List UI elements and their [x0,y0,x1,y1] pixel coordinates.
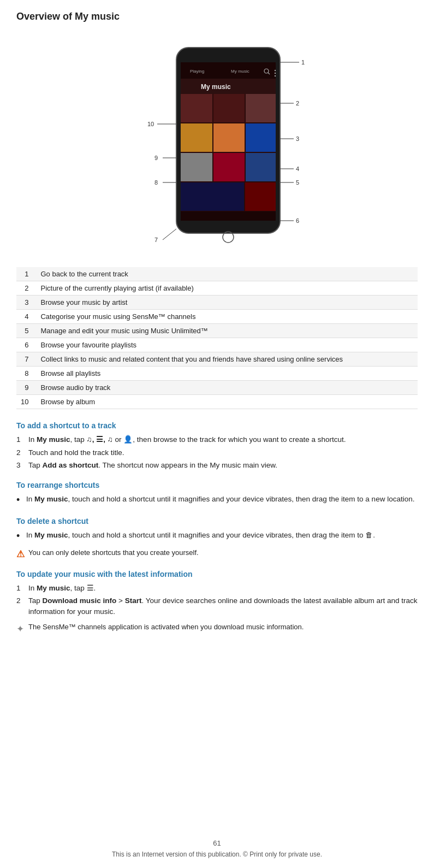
phone-diagram: Playing My music My music [16,32,418,256]
svg-text:3: 3 [296,135,299,142]
table-row: 1Go back to the current track [16,267,418,281]
svg-rect-15 [181,123,212,152]
bullet-item: • In My music, touch and hold a shortcut… [16,530,418,543]
svg-text:8: 8 [154,179,158,186]
update-tip-text: The SensMe™ channels application is acti… [28,623,304,631]
tip-icon: ✦ [16,623,28,635]
step-item: 2 Tap Download music info > Start. Your … [16,595,418,617]
add-shortcut-steps: 1 In My music, tap ♫, ☰, ♫ or 👤, then br… [16,434,418,471]
svg-text:10: 10 [147,121,154,127]
row-desc: Collect links to music and related conte… [36,352,418,367]
svg-rect-12 [181,94,212,122]
page-number: 61 [0,839,434,847]
step-item: 1 In My music, tap ♫, ☰, ♫ or 👤, then br… [16,434,418,445]
svg-rect-14 [246,94,276,122]
step-item: 1 In My music, tap ☰. [16,583,418,594]
svg-rect-22 [245,182,276,211]
row-number: 10 [16,395,36,409]
svg-rect-23 [181,211,276,221]
svg-point-8 [274,73,275,74]
table-row: 6Browse your favourite playlists [16,338,418,352]
delete-note: ⚠ You can only delete shortcuts that you… [16,548,418,560]
svg-point-7 [274,70,275,71]
row-desc: Categorise your music using SensMe™ chan… [36,310,418,324]
svg-rect-19 [213,153,245,181]
row-number: 8 [16,367,36,381]
footer: 61 This is an Internet version of this p… [0,839,434,858]
row-desc: Browse your favourite playlists [36,338,418,352]
row-number: 3 [16,296,36,310]
table-row: 2Picture of the currently playing artist… [16,281,418,296]
update-tip: ✦ The SensMe™ channels application is ac… [16,623,418,635]
row-desc: Browse your music by artist [36,296,418,310]
rearrange-heading: To rearrange shortcuts [16,481,418,489]
table-row: 4Categorise your music using SensMe™ cha… [16,310,418,324]
row-number: 6 [16,338,36,352]
add-shortcut-heading: To add a shortcut to a track [16,421,418,430]
table-row: 8Browse all playlists [16,367,418,381]
row-number: 7 [16,352,36,367]
row-number: 5 [16,324,36,338]
svg-rect-18 [181,153,212,181]
svg-text:My music: My music [231,69,249,74]
svg-text:4: 4 [296,166,299,172]
svg-text:6: 6 [296,217,299,224]
diagram-svg: Playing My music My music [124,32,310,256]
row-number: 1 [16,267,36,281]
row-number: 4 [16,310,36,324]
footer-text: This is an Internet version of this publ… [0,851,434,858]
step-item: 3 Tap Add as shortcut. The shortcut now … [16,460,418,471]
page-content: Overview of My music Playing My music My… [0,0,434,868]
svg-point-9 [274,75,275,76]
reference-table: 1Go back to the current track2Picture of… [16,267,418,409]
table-row: 5Manage and edit your music using Music … [16,324,418,338]
page-title: Overview of My music [16,11,418,22]
row-desc: Go back to the current track [36,267,418,281]
delete-bullets: • In My music, touch and hold a shortcut… [16,530,418,543]
table-row: 7Collect links to music and related cont… [16,352,418,367]
row-number: 9 [16,381,36,395]
rearrange-bullets: • In My music, touch and hold a shortcut… [16,494,418,507]
svg-text:1: 1 [301,59,305,66]
table-row: 3Browse your music by artist [16,296,418,310]
svg-text:My music: My music [201,83,231,91]
svg-rect-17 [246,123,276,152]
svg-rect-20 [246,153,276,181]
row-number: 2 [16,281,36,296]
svg-rect-16 [213,123,245,152]
row-desc: Browse all playlists [36,367,418,381]
row-desc: Manage and edit your music using Music U… [36,324,418,338]
svg-text:7: 7 [154,237,158,243]
svg-rect-21 [181,182,244,211]
svg-text:Playing: Playing [190,69,204,74]
table-row: 9Browse audio by track [16,381,418,395]
update-heading: To update your music with the latest inf… [16,570,418,578]
delete-note-text: You can only delete shortcuts that you c… [28,548,199,557]
svg-rect-13 [213,94,245,122]
svg-line-37 [163,229,176,240]
row-desc: Browse audio by track [36,381,418,395]
table-row: 10Browse by album [16,395,418,409]
svg-text:5: 5 [296,179,299,186]
bullet-item: • In My music, touch and hold a shortcut… [16,494,418,507]
svg-text:9: 9 [154,155,158,161]
update-steps: 1 In My music, tap ☰. 2 Tap Download mus… [16,583,418,617]
row-desc: Browse by album [36,395,418,409]
delete-heading: To delete a shortcut [16,517,418,525]
svg-text:2: 2 [296,100,299,107]
step-item: 2 Touch and hold the track title. [16,447,418,458]
warning-icon: ⚠ [16,548,28,560]
row-desc: Picture of the currently playing artist … [36,281,418,296]
